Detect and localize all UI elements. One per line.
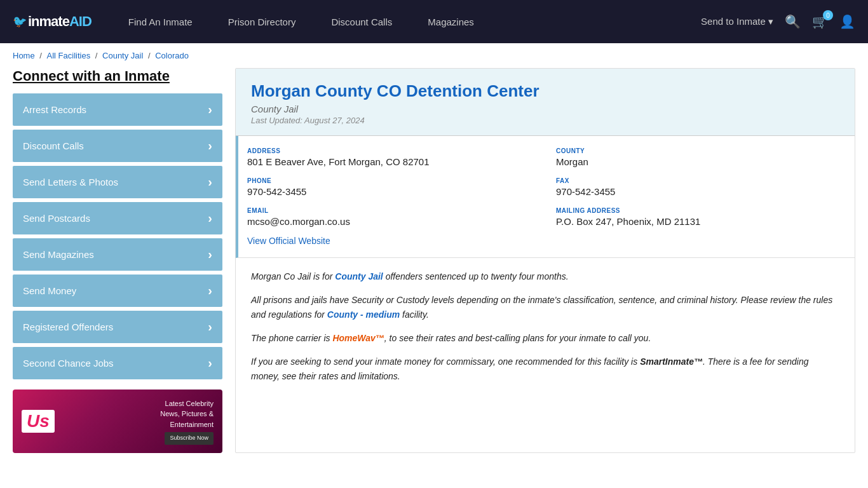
arrow-icon: › xyxy=(208,320,212,334)
sidebar-item-send-letters[interactable]: Send Letters & Photos › xyxy=(13,166,222,198)
breadcrumb: Home / All Facilities / County Jail / Co… xyxy=(0,43,868,68)
arrow-icon: › xyxy=(208,283,212,298)
logo[interactable]: 🐦 inmateAID xyxy=(13,13,92,30)
sidebar-item-send-postcards[interactable]: Send Postcards › xyxy=(13,202,222,234)
breadcrumb-sep-3: / xyxy=(148,51,153,60)
mailing-detail: MAILING ADDRESS P.O. Box 247, Phoenix, M… xyxy=(556,207,839,227)
sidebar-title: Connect with an Inmate xyxy=(13,68,222,85)
nav-find-inmate[interactable]: Find An Inmate xyxy=(111,0,210,43)
address-value: 801 E Beaver Ave, Fort Morgan, CO 82701 xyxy=(247,156,531,167)
sidebar-item-arrest-records[interactable]: Arrest Records › xyxy=(13,93,222,126)
view-website-link[interactable]: View Official Website xyxy=(247,236,330,246)
sidebar-item-registered-offenders[interactable]: Registered Offenders › xyxy=(13,311,222,343)
search-icon[interactable]: 🔍 xyxy=(785,14,801,29)
breadcrumb-sep-2: / xyxy=(95,51,100,60)
phone-label: PHONE xyxy=(247,177,531,184)
county-value: Morgan xyxy=(556,156,839,167)
logo-bird-icon: 🐦 xyxy=(13,15,27,29)
mailing-label: MAILING ADDRESS xyxy=(556,207,839,214)
arrow-icon: › xyxy=(208,356,212,370)
email-detail: EMAIL mcso@co.morgan.co.us xyxy=(247,207,531,227)
ad-text: Latest Celebrity News, Pictures & Entert… xyxy=(160,398,214,445)
desc-para-3: The phone carrier is HomeWav™, to see th… xyxy=(251,331,839,346)
facility-details: ADDRESS 801 E Beaver Ave, Fort Morgan, C… xyxy=(236,136,855,258)
arrow-icon: › xyxy=(208,211,212,226)
arrow-icon: › xyxy=(208,175,212,189)
fax-label: FAX xyxy=(556,177,839,184)
sidebar-item-send-money[interactable]: Send Money › xyxy=(13,274,222,307)
facility-description: Morgan Co Jail is for County Jail offend… xyxy=(236,258,855,396)
user-icon[interactable]: 👤 xyxy=(839,14,855,29)
sidebar-item-discount-calls[interactable]: Discount Calls › xyxy=(13,130,222,162)
ad-subscribe-button[interactable]: Subscribe Now xyxy=(165,432,214,445)
desc-para-2: All prisons and jails have Security or C… xyxy=(251,293,839,322)
phone-value: 970-542-3455 xyxy=(247,186,531,197)
phone-detail: PHONE 970-542-3455 xyxy=(247,177,531,197)
sidebar-ad[interactable]: Us Latest Celebrity News, Pictures & Ent… xyxy=(13,390,222,453)
address-label: ADDRESS xyxy=(247,147,531,154)
mailing-value: P.O. Box 247, Phoenix, MD 21131 xyxy=(556,216,839,227)
county-label: COUNTY xyxy=(556,147,839,154)
navbar: 🐦 inmateAID Find An Inmate Prison Direct… xyxy=(0,0,868,43)
county-detail: COUNTY Morgan xyxy=(556,147,839,167)
navbar-icons: Send to Inmate ▾ 🔍 🛒 0 👤 xyxy=(701,14,855,29)
cart-badge: 0 xyxy=(823,10,833,20)
breadcrumb-state[interactable]: Colorado xyxy=(155,51,189,60)
details-grid: ADDRESS 801 E Beaver Ave, Fort Morgan, C… xyxy=(247,147,839,227)
facility-updated: Last Updated: August 27, 2024 xyxy=(251,116,839,125)
nav-prison-directory[interactable]: Prison Directory xyxy=(210,0,314,43)
email-value: mcso@co.morgan.co.us xyxy=(247,216,531,227)
arrow-icon: › xyxy=(208,247,212,262)
fax-value: 970-542-3455 xyxy=(556,186,839,197)
breadcrumb-all-facilities[interactable]: All Facilities xyxy=(47,51,91,60)
nav-magazines[interactable]: Magazines xyxy=(410,0,492,43)
desc-para-4: If you are seeking to send your inmate m… xyxy=(251,355,839,384)
cart-icon[interactable]: 🛒 0 xyxy=(812,14,828,29)
content-panel: Morgan County CO Detention Center County… xyxy=(235,68,855,453)
breadcrumb-home[interactable]: Home xyxy=(13,51,35,60)
address-detail: ADDRESS 801 E Beaver Ave, Fort Morgan, C… xyxy=(247,147,531,167)
facility-type: County Jail xyxy=(251,104,839,114)
facility-header: Morgan County CO Detention Center County… xyxy=(236,69,855,136)
arrow-icon: › xyxy=(208,102,212,117)
send-to-inmate-button[interactable]: Send to Inmate ▾ xyxy=(701,16,773,27)
ad-logo: Us xyxy=(22,410,55,433)
desc-para-1: Morgan Co Jail is for County Jail offend… xyxy=(251,269,839,284)
arrow-icon: › xyxy=(208,139,212,153)
breadcrumb-sep-1: / xyxy=(39,51,44,60)
email-label: EMAIL xyxy=(247,207,531,214)
facility-name: Morgan County CO Detention Center xyxy=(251,81,839,101)
sidebar: Connect with an Inmate Arrest Records › … xyxy=(13,68,222,453)
nav-discount-calls[interactable]: Discount Calls xyxy=(313,0,410,43)
main-container: Connect with an Inmate Arrest Records › … xyxy=(0,68,868,466)
sidebar-item-send-magazines[interactable]: Send Magazines › xyxy=(13,238,222,271)
sidebar-menu: Arrest Records › Discount Calls › Send L… xyxy=(13,93,222,379)
fax-detail: FAX 970-542-3455 xyxy=(556,177,839,197)
sidebar-item-second-chance-jobs[interactable]: Second Chance Jobs › xyxy=(13,347,222,379)
nav-links: Find An Inmate Prison Directory Discount… xyxy=(111,0,701,43)
breadcrumb-county-jail[interactable]: County Jail xyxy=(102,51,143,60)
logo-text: inmateAID xyxy=(28,13,92,30)
